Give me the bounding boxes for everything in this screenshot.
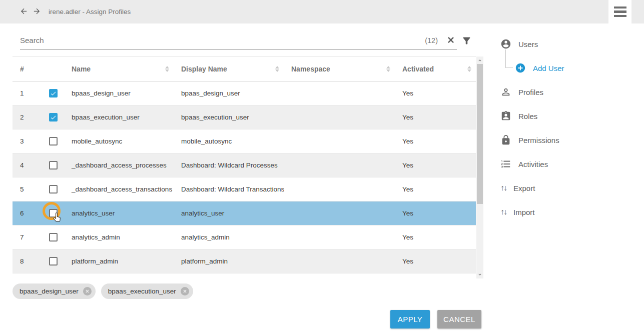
sidebar-item-label: Export xyxy=(513,184,535,192)
table-row[interactable]: 6analytics_useranalytics_userYes xyxy=(13,202,476,226)
table-scrollbar[interactable] xyxy=(476,56,483,278)
sidebar-item-add-user[interactable]: Add User xyxy=(500,56,635,80)
menu-button[interactable] xyxy=(608,0,631,24)
header-number[interactable]: # xyxy=(13,57,42,81)
cell-name: _dashboard_access_processes xyxy=(64,162,174,169)
app-window: irene.adler - Assign Profiles (12) # Nam… xyxy=(0,0,644,335)
remove-chip-button[interactable] xyxy=(181,287,189,296)
row-checkbox[interactable] xyxy=(49,257,58,266)
row-number: 7 xyxy=(13,234,42,241)
selected-profile-chip: bpaas_execution_user xyxy=(101,284,193,299)
scroll-down-icon[interactable] xyxy=(476,271,483,278)
row-number: 1 xyxy=(13,90,42,97)
cancel-button[interactable]: CANCEL xyxy=(437,310,481,328)
table-row[interactable]: 4_dashboard_access_processesDashboard: W… xyxy=(13,154,476,178)
cell-name: mobile_autosync xyxy=(64,138,174,145)
row-number: 6 xyxy=(13,210,42,217)
tree-connector-line xyxy=(505,50,513,68)
sort-icon[interactable] xyxy=(165,66,169,72)
sidebar-item-export[interactable]: ↑↓Export xyxy=(500,176,635,200)
row-checkbox[interactable] xyxy=(49,233,58,242)
sort-icon[interactable] xyxy=(275,66,279,72)
table-header: # Name Display Name Namespace Activated xyxy=(13,56,476,82)
profiles-table: # Name Display Name Namespace Activated xyxy=(13,56,476,274)
clear-search-button[interactable] xyxy=(445,34,457,46)
close-icon xyxy=(85,289,90,294)
add-circle-icon xyxy=(515,62,526,74)
scroll-up-icon[interactable] xyxy=(476,57,483,64)
sidebar-item-profiles[interactable]: Profiles xyxy=(500,80,635,104)
table-row[interactable]: 7analytics_adminanalytics_adminYes xyxy=(13,226,476,250)
sidebar-item-users[interactable]: Users xyxy=(500,32,635,56)
lock-icon xyxy=(500,134,511,146)
table-row[interactable]: 2bpaas_execution_userbpaas_execution_use… xyxy=(13,106,476,130)
row-checkbox[interactable] xyxy=(49,113,58,122)
header-activated[interactable]: Activated xyxy=(395,57,476,81)
list-numbered-icon xyxy=(500,158,511,170)
cell-name: _dashboard_access_transactions xyxy=(64,186,174,193)
checkbox-cell xyxy=(42,106,64,129)
hamburger-icon xyxy=(614,6,626,9)
cell-display-name: analytics_user xyxy=(174,210,284,217)
scrollbar-thumb[interactable] xyxy=(477,64,483,204)
sidebar-item-roles[interactable]: Roles xyxy=(500,104,635,128)
cell-display-name: platform_admin xyxy=(174,258,284,265)
cell-activated: Yes xyxy=(395,234,476,241)
checkbox-cell xyxy=(42,178,64,201)
cell-name: bpaas_design_user xyxy=(64,90,174,97)
badge-icon xyxy=(500,110,511,122)
row-checkbox[interactable] xyxy=(49,209,58,218)
remove-chip-button[interactable] xyxy=(83,287,92,296)
cell-display-name: bpaas_execution_user xyxy=(174,114,284,121)
row-checkbox[interactable] xyxy=(49,89,58,98)
selected-profile-chip: bpaas_design_user xyxy=(13,284,96,299)
filter-button[interactable] xyxy=(460,35,473,48)
header-name[interactable]: Name xyxy=(64,57,174,81)
row-checkbox[interactable] xyxy=(49,137,58,146)
cell-activated: Yes xyxy=(395,138,476,145)
sidebar-item-import[interactable]: ↑↓Import xyxy=(500,200,635,224)
cell-name: analytics_admin xyxy=(64,234,174,241)
header-namespace[interactable]: Namespace xyxy=(284,57,395,81)
arrows-updown-icon: ↑↓ xyxy=(500,208,506,216)
cell-activated: Yes xyxy=(395,90,476,97)
sidebar-item-label: Permissions xyxy=(518,136,559,144)
cell-activated: Yes xyxy=(395,258,476,265)
row-number: 5 xyxy=(13,186,42,193)
dialog-actions: APPLY CANCEL xyxy=(390,310,481,328)
sidebar-item-activities[interactable]: Activities xyxy=(500,152,635,176)
sort-icon[interactable] xyxy=(386,66,390,72)
chip-label: bpaas_design_user xyxy=(20,288,79,295)
checkbox-cell xyxy=(42,202,64,225)
cell-name: bpaas_execution_user xyxy=(64,114,174,121)
row-checkbox[interactable] xyxy=(49,185,58,194)
table-row[interactable]: 3mobile_autosyncmobile_autosyncYes xyxy=(13,130,476,154)
sort-icon[interactable] xyxy=(467,66,471,72)
table-row[interactable]: 8platform_adminplatform_adminYes xyxy=(13,250,476,274)
table-row[interactable]: 5_dashboard_access_transactionsDashboard… xyxy=(13,178,476,202)
header-checkbox-spacer xyxy=(42,57,64,81)
checkbox-cell xyxy=(42,226,64,249)
back-button[interactable] xyxy=(18,6,29,18)
table-body: 1bpaas_design_userbpaas_design_userYes2b… xyxy=(13,82,476,274)
table-row[interactable]: 1bpaas_design_userbpaas_design_userYes xyxy=(13,82,476,106)
cell-name: analytics_user xyxy=(64,210,174,217)
apply-button[interactable]: APPLY xyxy=(390,310,430,328)
row-checkbox[interactable] xyxy=(49,161,58,170)
header-display-name[interactable]: Display Name xyxy=(174,57,284,81)
search-input[interactable] xyxy=(20,36,425,44)
row-number: 4 xyxy=(13,162,42,169)
cell-display-name: mobile_autosync xyxy=(174,138,284,145)
cell-display-name: Dashboard: Wildcard Transactions xyxy=(174,186,284,193)
forward-button[interactable] xyxy=(31,6,42,18)
checkbox-cell xyxy=(42,154,64,177)
check-icon xyxy=(50,114,57,121)
sidebar-menu: UsersAdd UserProfilesRolesPermissionsAct… xyxy=(500,32,635,224)
checkbox-cell xyxy=(42,250,64,273)
cell-activated: Yes xyxy=(395,186,476,193)
cell-activated: Yes xyxy=(395,114,476,121)
selected-profile-chips: bpaas_design_userbpaas_execution_user xyxy=(13,284,193,299)
sidebar-item-permissions[interactable]: Permissions xyxy=(500,128,635,152)
check-icon xyxy=(50,90,57,97)
checkbox-cell xyxy=(42,130,64,153)
